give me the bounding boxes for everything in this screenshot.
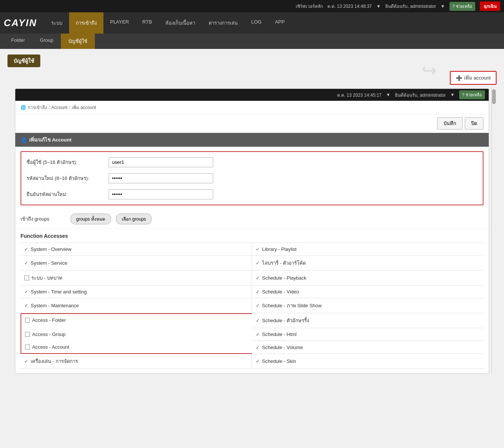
- item-label: System - Maintenance: [31, 303, 79, 308]
- item-label: Schedule - Video: [262, 289, 299, 295]
- function-item-library-playlist: ✓ Library - Playlist: [252, 243, 483, 256]
- function-item-library-autocode: ✓ ไลบรารี่ - ตัวอาร์โค้ด: [252, 256, 483, 271]
- subnav-folder[interactable]: Folder: [4, 34, 32, 49]
- checkbox-access-account[interactable]: [25, 345, 30, 349]
- check-icon: ✓: [256, 345, 260, 350]
- item-label: Schedule - ตัวอักษรริ้ง: [262, 317, 309, 324]
- check-icon: ✓: [24, 260, 28, 266]
- nav-library[interactable]: ห้องเก็บเนื้อหา: [159, 12, 202, 34]
- item-label: ระบบ - บทบาท: [31, 274, 62, 282]
- access-folder-item: Access - Folder: [21, 313, 252, 328]
- checkbox-system-role[interactable]: [24, 276, 29, 280]
- nav-app[interactable]: APP: [268, 12, 292, 34]
- function-item-schedule-volume: ✓ Schedule - Volume: [252, 341, 483, 354]
- check-icon: ✓: [256, 289, 260, 295]
- check-icon: ✓: [24, 289, 28, 295]
- inner-frame-wrapper: ต.ค. 13 2023 14:45:17 ▼ ยินดีต้อนรับ, ad…: [7, 88, 497, 374]
- subnav-group[interactable]: Group: [32, 34, 61, 49]
- breadcrumb-sep2: /: [69, 105, 70, 110]
- password-row: รหัสผ่านใหม่ (8~16 ตัวอักษร):: [27, 173, 477, 183]
- check-icon: ✓: [24, 246, 28, 252]
- top-welcome: ยินดีต้อนรับ, administrator: [385, 3, 436, 10]
- globe-icon: 🌐: [21, 105, 26, 110]
- subnav-accounts[interactable]: บัญชีผู้ใช้: [61, 34, 95, 49]
- select-groups-button[interactable]: เลือก groups: [116, 214, 152, 224]
- inner-welcome: ยินดีต้อนรับ, administrator: [395, 91, 446, 99]
- function-item-schedule-playback: ✓ Schedule - Playback: [252, 271, 483, 286]
- check-icon: ✓: [256, 358, 260, 364]
- breadcrumb-access[interactable]: การเข้าถึง: [28, 104, 47, 111]
- nav-rtb[interactable]: RTB: [136, 12, 159, 34]
- function-section: Function Accesses ✓ System - Overview ✓ …: [15, 228, 489, 373]
- checkbox-access-folder[interactable]: [25, 318, 30, 323]
- item-label: เครื่องเล่น - การจัดการ: [31, 357, 78, 365]
- check-icon: ✓: [256, 260, 260, 266]
- function-item-schedule-html: ✓ Schedule - Html: [252, 328, 483, 341]
- function-item-system-time: ✓ System - Time and setting: [21, 286, 252, 298]
- access-group-item: Access - Group: [21, 328, 252, 341]
- server-label: เซิร์ฟเวอร์หลัก: [296, 3, 323, 10]
- item-label: Access - Group: [32, 332, 66, 337]
- scrollbar-track[interactable]: [491, 88, 497, 374]
- logo-text: CAYIN: [4, 17, 37, 28]
- logo: CAYIN: [4, 13, 44, 32]
- function-item-system-overview: ✓ System - Overview: [21, 243, 252, 256]
- breadcrumb-add: เพิ่ม account: [72, 104, 96, 111]
- check-icon: ✓: [256, 332, 260, 337]
- top-datetime: ต.ค. 13 2023 14:48:37: [327, 3, 372, 10]
- user-icon: 👤: [21, 137, 27, 143]
- close-button[interactable]: ปิด: [465, 117, 483, 130]
- nav-access[interactable]: การเข้าถึง: [69, 12, 103, 34]
- add-account-button[interactable]: ➕ เพิ่ม account: [450, 71, 497, 85]
- nav-schedule[interactable]: ตารางการเล่น: [202, 12, 245, 34]
- section-title: เพิ่ม/แก้ไข Account: [29, 136, 71, 144]
- save-button[interactable]: บันทึก: [437, 117, 463, 130]
- inner-top-bar: ต.ค. 13 2023 14:45:17 ▼ ยินดีต้อนรับ, ad…: [15, 89, 489, 101]
- access-account-item: Access - Account: [21, 341, 252, 354]
- top-welcome-dropdown[interactable]: ▼: [441, 4, 445, 9]
- item-label: Schedule - Volume: [262, 345, 303, 350]
- confirm-input[interactable]: [109, 189, 213, 199]
- all-groups-button[interactable]: groups ทั้งหมด: [71, 214, 111, 224]
- inner-dropdown[interactable]: ▼: [386, 92, 391, 97]
- scrollbar-thumb[interactable]: [492, 89, 496, 104]
- page-title: บัญชีผู้ใช้: [7, 55, 40, 67]
- function-item-system-maintenance: ✓ System - Maintenance: [21, 298, 252, 313]
- password-input[interactable]: [109, 173, 213, 183]
- header: CAYIN ระบบ การเข้าถึง PLAYER RTB ห้องเก็…: [0, 12, 504, 34]
- breadcrumb: 🌐 การเข้าถึง / Account / เพิ่ม account: [15, 101, 489, 114]
- groups-label: เข้าถึง groups: [21, 215, 65, 223]
- main-nav: ระบบ การเข้าถึง PLAYER RTB ห้องเก็บเนื้อ…: [44, 12, 500, 34]
- item-label: Schedule - Playback: [262, 275, 307, 281]
- breadcrumb-account[interactable]: Account: [51, 105, 67, 110]
- username-input[interactable]: [109, 157, 213, 167]
- inner-help-button[interactable]: ? ช่วยเหลือ: [459, 90, 485, 99]
- check-icon: ✓: [256, 246, 260, 252]
- nav-player[interactable]: PLAYER: [103, 12, 136, 34]
- inner-welcome-dropdown[interactable]: ▼: [450, 92, 455, 97]
- item-label: Access - Account: [32, 344, 69, 350]
- function-item-player-manage: ✓ เครื่องเล่น - การจัดการ: [21, 354, 252, 369]
- nav-system[interactable]: ระบบ: [44, 12, 69, 34]
- coins-button[interactable]: ฉุกเฉิน: [480, 1, 500, 11]
- access-folder-row: Access - Folder: [21, 314, 252, 326]
- checkbox-access-group[interactable]: [25, 332, 30, 337]
- check-icon: ✓: [24, 303, 28, 308]
- groups-section: เข้าถึง groups groups ทั้งหมด เลือก grou…: [15, 210, 489, 228]
- help-button[interactable]: ? ช่วยเหลือ: [449, 2, 475, 11]
- inner-frame: ต.ค. 13 2023 14:45:17 ▼ ยินดีต้อนรับ, ad…: [15, 88, 489, 374]
- access-group-row: Access - Group: [21, 328, 252, 340]
- function-item-schedule-video: ✓ Schedule - Video: [252, 286, 483, 298]
- item-label: System - Time and setting: [31, 289, 87, 295]
- item-label: Schedule - Skin: [262, 358, 296, 364]
- section-header: 👤 เพิ่ม/แก้ไข Account: [15, 133, 489, 147]
- arrow-hint: ↩: [422, 60, 437, 81]
- add-account-label: เพิ่ม account: [464, 74, 491, 82]
- breadcrumb-sep1: /: [49, 105, 50, 110]
- nav-log[interactable]: LOG: [245, 12, 268, 34]
- form-section: ชื่อผู้ใช้ (5~16 ตัวอักษร): รหัสผ่านใหม่…: [21, 151, 483, 205]
- function-grid: ✓ System - Overview ✓ Library - Playlist…: [21, 243, 483, 369]
- check-icon: ✓: [256, 275, 260, 281]
- top-dropdown[interactable]: ▼: [376, 4, 381, 9]
- sub-nav: Folder Group บัญชีผู้ใช้: [0, 34, 504, 49]
